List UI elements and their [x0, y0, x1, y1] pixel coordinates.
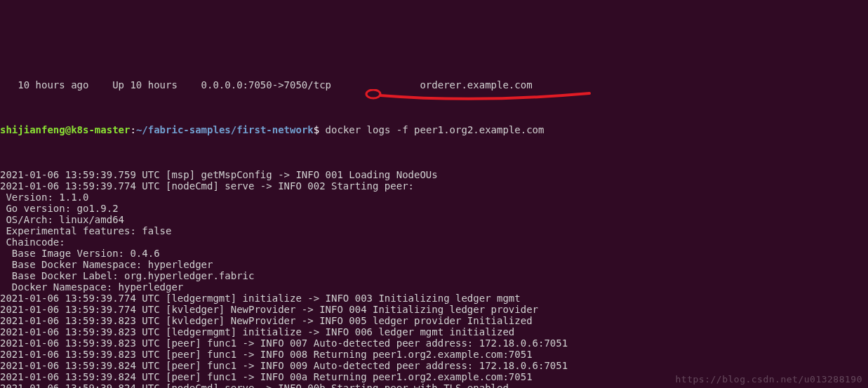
log-line: Docker Namespace: hyperledger: [0, 281, 868, 293]
log-line: OS/Arch: linux/amd64: [0, 214, 868, 225]
log-line: Version: 1.1.0: [0, 192, 868, 203]
prompt-sep: :: [130, 124, 135, 135]
prompt-line: shijianfeng@k8s-master:~/fabric-samples/…: [0, 124, 868, 135]
hand-drawn-annotation: [365, 67, 596, 127]
log-line: Base Image Version: 0.4.6: [0, 248, 868, 259]
log-line: Base Docker Namespace: hyperledger: [0, 259, 868, 270]
log-line: 2021-01-06 13:59:39.824 UTC [nodeCmd] se…: [0, 382, 868, 388]
log-line: 2021-01-06 13:59:39.824 UTC [peer] func1…: [0, 371, 868, 382]
log-line: 2021-01-06 13:59:39.823 UTC [kvledger] N…: [0, 315, 868, 326]
log-line: 2021-01-06 13:59:39.774 UTC [nodeCmd] se…: [0, 180, 868, 192]
log-line: Go version: go1.9.2: [0, 203, 868, 214]
log-line: Chaincode:: [0, 236, 868, 248]
log-line: 2021-01-06 13:59:39.823 UTC [ledgermgmt]…: [0, 326, 868, 337]
svg-point-0: [366, 90, 380, 98]
prompt-path: ~/fabric-samples/first-network: [136, 124, 314, 135]
log-line: Experimental features: false: [0, 225, 868, 236]
prompt-dollar: $: [314, 124, 319, 135]
prompt-user-host: shijianfeng@k8s-master: [0, 124, 130, 135]
prompt-command: docker logs -f peer1.org2.example.com: [319, 124, 544, 135]
log-line: 2021-01-06 13:59:39.823 UTC [peer] func1…: [0, 337, 868, 349]
terminal-output[interactable]: 10 hours ago Up 10 hours 0.0.0.0:7050->7…: [0, 46, 868, 388]
top-fragment-line: 10 hours ago Up 10 hours 0.0.0.0:7050->7…: [0, 79, 868, 91]
log-line: Base Docker Label: org.hyperledger.fabri…: [0, 270, 868, 281]
log-line: 2021-01-06 13:59:39.823 UTC [peer] func1…: [0, 349, 868, 360]
log-line: 2021-01-06 13:59:39.824 UTC [peer] func1…: [0, 360, 868, 371]
log-line: 2021-01-06 13:59:39.774 UTC [ledgermgmt]…: [0, 293, 868, 304]
log-line: 2021-01-06 13:59:39.774 UTC [kvledger] N…: [0, 304, 868, 315]
log-line: 2021-01-06 13:59:39.759 UTC [msp] getMsp…: [0, 169, 868, 180]
